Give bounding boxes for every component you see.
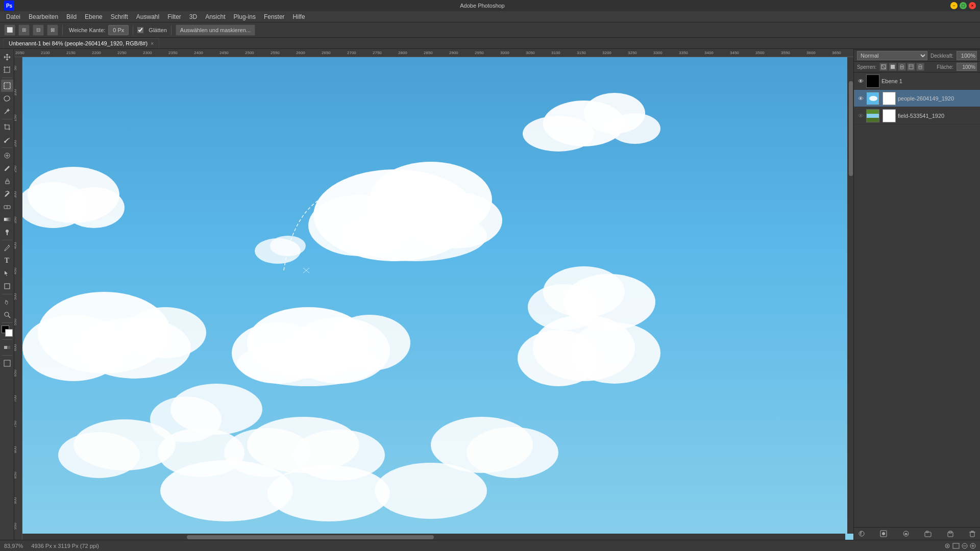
svg-text:250: 250 xyxy=(14,165,17,172)
lock-all-icon[interactable] xyxy=(916,63,924,71)
svg-text:3000: 3000 xyxy=(500,51,509,55)
lock-artboard-icon[interactable] xyxy=(907,63,915,71)
menu-edit[interactable]: Bearbeiten xyxy=(24,12,62,21)
tab-close-button[interactable]: × xyxy=(151,41,154,46)
tool-option-new[interactable]: ⬜ xyxy=(4,24,15,36)
layer-visibility-ebene1[interactable]: 👁 xyxy=(857,78,864,85)
maximize-button[interactable]: □ xyxy=(960,2,967,9)
svg-text:350: 350 xyxy=(14,216,17,223)
horizontal-scrollbar[interactable] xyxy=(22,534,845,540)
layers-section: T Normal Auflösen Abdunkeln Multiplizier… xyxy=(854,24,980,540)
blend-mode-select[interactable]: Normal Auflösen Abdunkeln Multiplizieren xyxy=(857,51,927,60)
history-brush-tool[interactable] xyxy=(1,188,13,200)
opacity-input[interactable] xyxy=(957,51,977,60)
lasso-tool[interactable] xyxy=(1,92,13,105)
layer-item-ebene1[interactable]: 👁 Ebene 1 xyxy=(854,72,980,90)
layer-item-people[interactable]: 👁 people-2604149_1920 xyxy=(854,90,980,107)
minimize-button[interactable]: − xyxy=(950,2,958,9)
clone-stamp-tool[interactable] xyxy=(1,175,13,187)
eyedropper-tool[interactable] xyxy=(1,134,13,146)
lock-transparent-icon[interactable] xyxy=(879,63,888,71)
layer-visibility-field[interactable]: 👁 xyxy=(857,112,864,119)
svg-text:3300: 3300 xyxy=(653,51,663,55)
svg-rect-150 xyxy=(867,114,879,118)
menu-view[interactable]: Ansicht xyxy=(201,12,229,21)
svg-point-87 xyxy=(523,116,594,152)
screen-mode-tool[interactable] xyxy=(1,357,13,369)
background-color[interactable] xyxy=(5,329,13,337)
brush-tool[interactable] xyxy=(1,162,13,174)
layer-mask-button[interactable] xyxy=(879,529,888,538)
hscroll-thumb[interactable] xyxy=(187,535,434,539)
layer-delete-button[interactable] xyxy=(968,529,977,538)
menu-filter[interactable]: Filter xyxy=(163,12,185,21)
svg-point-126 xyxy=(375,463,487,519)
pen-tool[interactable] xyxy=(1,242,13,254)
svg-text:2400: 2400 xyxy=(194,51,203,55)
tool-option-add[interactable]: ⊞ xyxy=(18,24,30,36)
soft-edge-input[interactable] xyxy=(108,25,129,35)
close-button[interactable]: × xyxy=(969,2,976,9)
zoom-tool[interactable] xyxy=(1,309,13,321)
menu-select[interactable]: Auswahl xyxy=(132,12,163,21)
menu-image[interactable]: Bild xyxy=(62,12,81,21)
layer-adjustment-button[interactable] xyxy=(901,529,911,538)
layer-new-button[interactable] xyxy=(946,529,955,538)
artboard-tool[interactable] xyxy=(1,64,13,76)
path-select-tool[interactable] xyxy=(1,267,13,280)
soft-edge-label: Weiche Kante: xyxy=(69,27,105,33)
text-tool[interactable]: T xyxy=(1,255,13,267)
menu-3d[interactable]: 3D xyxy=(185,12,201,21)
heal-tool[interactable] xyxy=(1,149,13,162)
layer-visibility-people[interactable]: 👁 xyxy=(857,95,864,102)
svg-text:850: 850 xyxy=(14,471,17,479)
menu-help[interactable]: Hilfe xyxy=(289,12,309,21)
zoom-in-icon[interactable] xyxy=(970,543,976,549)
svg-point-107 xyxy=(237,340,380,386)
menu-text[interactable]: Schrift xyxy=(107,12,132,21)
svg-text:2900: 2900 xyxy=(449,51,458,55)
fill-input[interactable] xyxy=(957,63,977,71)
zoom-out-icon[interactable] xyxy=(962,543,968,549)
title-text: Adobe Photoshop xyxy=(14,3,950,9)
svg-point-154 xyxy=(882,532,885,535)
tool-separator-2 xyxy=(2,119,12,119)
canvas-area[interactable] xyxy=(22,57,853,540)
layer-item-field[interactable]: 👁 field-533541_1920 xyxy=(854,107,980,124)
menu-layer[interactable]: Ebene xyxy=(81,12,107,21)
quick-mask-tool[interactable] xyxy=(1,341,13,354)
vscroll-thumb[interactable] xyxy=(849,81,853,177)
tool-option-subtract[interactable]: ⊟ xyxy=(33,24,44,36)
layer-name-field: field-533541_1920 xyxy=(898,113,977,119)
menu-plugins[interactable]: Plug-ins xyxy=(230,12,260,21)
select-mask-button[interactable]: Auswählen und maskieren... xyxy=(176,24,255,36)
tool-option-intersect[interactable]: ⊠ xyxy=(47,24,58,36)
layer-group-button[interactable] xyxy=(923,529,933,538)
vertical-scrollbar[interactable] xyxy=(847,57,853,534)
hand-tool[interactable] xyxy=(1,296,13,308)
smooth-checkbox[interactable] xyxy=(137,27,143,33)
svg-text:150: 150 xyxy=(14,114,17,121)
svg-rect-149 xyxy=(867,118,879,122)
svg-text:900: 900 xyxy=(14,497,17,504)
lock-image-icon[interactable] xyxy=(889,63,897,71)
svg-rect-160 xyxy=(970,532,974,537)
svg-point-88 xyxy=(609,113,660,144)
menu-file[interactable]: Datei xyxy=(2,12,24,21)
crop-tool[interactable] xyxy=(1,121,13,133)
move-tool[interactable] xyxy=(1,51,13,63)
dodge-tool[interactable] xyxy=(1,226,13,238)
gradient-tool[interactable] xyxy=(1,213,13,226)
svg-point-125 xyxy=(267,465,390,521)
magic-wand-tool[interactable] xyxy=(1,105,13,117)
svg-text:2050: 2050 xyxy=(15,51,24,55)
select-rect-tool[interactable] xyxy=(1,80,13,92)
eraser-tool[interactable] xyxy=(1,201,13,213)
lock-position-icon[interactable] xyxy=(898,63,906,71)
menu-window[interactable]: Fenster xyxy=(260,12,289,21)
layer-fx-button[interactable]: f xyxy=(857,529,866,538)
document-tab[interactable]: Unbenannt-1 bei 84% (people-2604149_1920… xyxy=(3,38,159,48)
lock-label: Sperren: xyxy=(857,64,876,70)
svg-text:100: 100 xyxy=(14,89,17,96)
shape-tool[interactable] xyxy=(1,280,13,292)
